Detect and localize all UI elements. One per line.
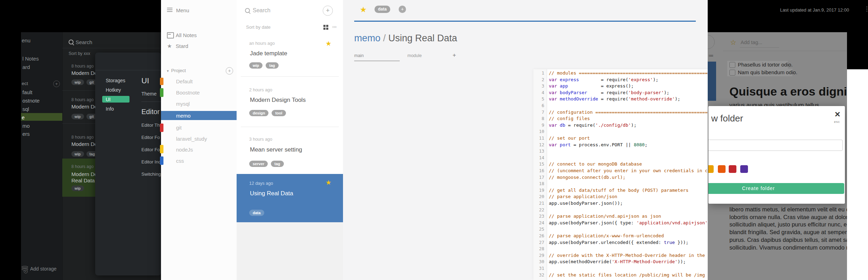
sidebar-folder-item[interactable]: git — [176, 125, 182, 131]
code-token: var — [549, 90, 557, 95]
dark-folder-item[interactable]: ers — [22, 131, 30, 137]
dark-project-label[interactable]: ect — [22, 81, 28, 86]
code-line: // parse application/json — [549, 194, 617, 200]
sidebar-nav-item[interactable]: Stard — [176, 43, 188, 49]
settings-nav-item[interactable]: UI — [106, 97, 111, 102]
sidebar-folder-item[interactable]: laravel_study — [176, 136, 207, 142]
sidebar-folder-item[interactable]: Boostnote — [176, 90, 200, 96]
sidebar-folder-item[interactable]: mysql — [176, 101, 190, 107]
chevron-down-icon[interactable]: ▼ — [166, 69, 169, 73]
color-swatch[interactable] — [708, 165, 714, 173]
dark-search-input[interactable]: Search — [76, 39, 92, 45]
settings-nav-item[interactable]: Hotkey — [106, 87, 121, 93]
folder-selected-row[interactable] — [161, 111, 237, 120]
dark-search-icon — [69, 40, 74, 44]
code-token: // set our port — [549, 135, 590, 141]
dark-folder-item[interactable]: mo — [22, 123, 30, 129]
new-tab-button[interactable]: + — [453, 52, 456, 59]
code-token: app — [560, 83, 568, 89]
star-toggle-icon[interactable]: ★ — [360, 5, 367, 14]
create-folder-label: Create folder — [742, 186, 775, 191]
settings-item[interactable]: Editor Fo — [141, 147, 160, 152]
code-line: app.use(methodOverride('X-HTTP-Method-Ov… — [549, 259, 686, 265]
line-number: 28 — [533, 246, 547, 252]
sort-select[interactable]: Sort by date — [246, 24, 271, 30]
esc-hint: esc — [834, 120, 840, 124]
breadcrumb-folder[interactable]: memo — [354, 33, 380, 43]
line-number: 6 — [533, 103, 547, 109]
line-number: 25 — [533, 226, 547, 233]
close-icon[interactable]: ✕ — [834, 110, 841, 119]
code-token: app.use(methodOverride( — [549, 259, 612, 264]
settings-nav-item[interactable]: Info — [106, 106, 114, 112]
note-title[interactable]: Jade template — [250, 50, 287, 57]
note-star-icon[interactable]: ★ — [326, 40, 331, 48]
settings-item[interactable]: Switching — [141, 172, 161, 177]
note-list-column: Search + Sort by date ≔ an hours ago★Jad… — [237, 0, 343, 280]
tab-main[interactable]: main — [354, 53, 364, 58]
project-section-label[interactable]: Project — [171, 68, 186, 73]
right-app-window: ≔ ☆ Add tag... Phasellus id tortor odio.… — [708, 32, 847, 280]
settings-item[interactable]: Editor Fo — [141, 135, 160, 140]
tag-badge: design — [249, 110, 268, 116]
grid-view-icon[interactable] — [323, 25, 328, 30]
tag-badge: wip — [71, 79, 84, 85]
add-storage-button[interactable]: Add storage — [30, 266, 57, 272]
code-token: )); — [678, 259, 686, 264]
note-title[interactable]: Modern Design Tools — [250, 97, 306, 104]
line-number: 10 — [533, 128, 547, 135]
tab-module[interactable]: module — [407, 53, 422, 58]
kebab-menu-icon[interactable]: ⋮ — [864, 5, 868, 13]
dark-folder-item[interactable]: fault — [22, 89, 32, 95]
line-number: 2 — [533, 77, 547, 83]
settings-nav-item[interactable]: Storages — [106, 78, 125, 83]
color-swatch[interactable] — [729, 165, 736, 173]
dark-sidebar-item[interactable]: ard — [22, 64, 30, 70]
dark-folder-item[interactable]: ostnote — [22, 98, 40, 104]
tag-badge: wip — [249, 62, 262, 69]
menu-label[interactable]: Menu — [176, 7, 189, 13]
note-tags: wip — [71, 185, 86, 191]
sidebar-folder-item[interactable]: css — [176, 158, 184, 164]
dark-folder-item[interactable]: e — [22, 114, 24, 120]
folder-name-input[interactable] — [708, 140, 843, 151]
settings-item[interactable]: Editor Ind — [141, 159, 161, 164]
code-line: // mongoose.connect(db.url); — [549, 174, 625, 181]
note-title[interactable]: Using Real Data — [250, 190, 293, 197]
line-number: 12 — [533, 142, 547, 148]
add-folder-icon[interactable]: + — [226, 67, 233, 75]
settings-item[interactable]: Editor Th — [141, 122, 160, 128]
note-title[interactable]: Real Data — [71, 177, 95, 183]
line-number: 9 — [533, 122, 547, 129]
tag-badge: server — [249, 161, 268, 167]
blue-divider — [354, 21, 696, 22]
sidebar-nav-item[interactable]: All Notes — [176, 32, 197, 38]
sidebar-folder-item[interactable]: memo — [176, 113, 191, 119]
note-tags: data — [249, 209, 267, 216]
list-view-icon[interactable]: ≔ — [332, 24, 337, 30]
modal-title: w folder — [711, 113, 743, 124]
sidebar-folder-item[interactable]: nodeJs — [176, 147, 193, 153]
create-folder-button[interactable]: Create folder — [708, 183, 844, 194]
note-title[interactable]: Mean server setting — [250, 146, 302, 153]
folder-selected-row[interactable] — [21, 113, 62, 121]
search-input[interactable]: Search — [253, 7, 271, 14]
hamburger-menu-icon[interactable] — [167, 8, 173, 13]
dark-add-folder-icon[interactable]: + — [53, 80, 60, 87]
note-star-icon[interactable]: ★ — [326, 178, 331, 187]
add-tag-icon[interactable]: + — [399, 6, 406, 13]
color-swatch[interactable] — [718, 165, 726, 173]
code-token: })); — [675, 240, 688, 245]
code-line: // set our port — [549, 135, 590, 142]
editor-pane: ★ data + Last updated at Jan.9, 2017 12:… — [343, 0, 708, 280]
settings-panel: StoragesHotkeyUIInfo UI Theme Editor Edi… — [95, 52, 161, 275]
menu-label[interactable]: enu — [22, 37, 30, 43]
last-updated-label: Last updated at Jan.9, 2017 12:00 — [604, 7, 849, 13]
color-swatch[interactable] — [740, 165, 748, 173]
dark-sort-select[interactable]: Sort by xxx — [69, 51, 90, 56]
code-token: // configuration =======================… — [549, 110, 713, 115]
dark-sidebar-item[interactable]: l Notes — [22, 56, 39, 62]
new-note-button[interactable]: + — [323, 6, 333, 16]
sidebar-folder-item[interactable]: Default — [176, 78, 193, 84]
dark-folder-item[interactable]: sql — [22, 106, 29, 112]
